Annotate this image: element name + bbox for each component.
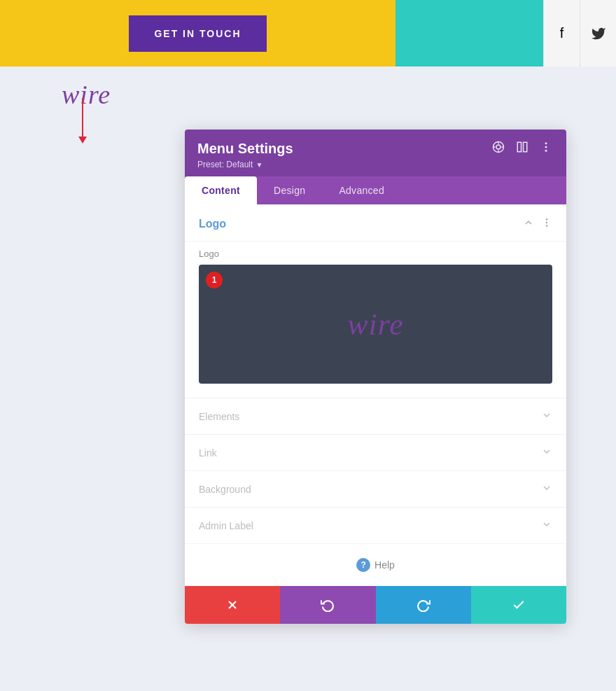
preset-arrow: ▼ [255, 161, 262, 169]
preset-label[interactable]: Preset: Default ▼ [197, 160, 262, 169]
logo-section-header: Logo [185, 204, 566, 242]
elements-label: Elements [199, 411, 239, 422]
tab-content[interactable]: Content [185, 176, 257, 204]
svg-point-10 [545, 150, 547, 152]
help-icon: ? [356, 558, 370, 572]
tab-design[interactable]: Design [257, 176, 322, 204]
arrow-line [82, 98, 83, 137]
logo-area: wire [0, 67, 616, 123]
panel-tabs: Content Design Advanced [185, 176, 566, 204]
section-collapse-button[interactable] [523, 217, 534, 231]
link-section[interactable]: Link [185, 434, 566, 470]
logo-section-title: Logo [199, 218, 226, 230]
svg-point-11 [546, 218, 548, 221]
background-chevron-icon [541, 482, 552, 496]
cancel-button[interactable] [185, 586, 280, 624]
logo-preview-text: wire [347, 307, 404, 342]
admin-label-chevron-icon [541, 519, 552, 532]
svg-point-8 [545, 142, 547, 144]
panel-bottom-bar [185, 586, 566, 624]
yellow-section: GET IN TOUCH [0, 0, 396, 67]
reset-button[interactable] [280, 586, 375, 624]
help-section: ? Help [185, 543, 566, 586]
section-dots-button[interactable] [541, 217, 552, 231]
svg-point-1 [496, 145, 500, 149]
section-actions [523, 217, 552, 231]
teal-section: f [396, 0, 616, 67]
elements-chevron-icon [541, 410, 552, 423]
refresh-button[interactable] [376, 586, 471, 624]
svg-point-13 [546, 225, 548, 227]
panel-body: Logo Logo 1 wire Elements [185, 204, 566, 586]
panel-title: Menu Settings [197, 141, 293, 157]
arrow-indicator [78, 98, 87, 144]
columns-icon-button[interactable] [514, 139, 530, 158]
target-icon-button[interactable] [491, 139, 506, 158]
get-in-touch-button[interactable]: GET IN TOUCH [129, 15, 266, 52]
panel-header-top: Menu Settings [197, 139, 554, 158]
link-label: Link [199, 447, 217, 459]
save-button[interactable] [471, 586, 566, 624]
background-label: Background [199, 484, 251, 495]
svg-point-12 [546, 222, 548, 224]
svg-point-9 [545, 146, 547, 148]
link-chevron-icon [541, 446, 552, 459]
twitter-button[interactable] [580, 0, 616, 67]
panel-header-icons [491, 139, 554, 158]
top-bar: GET IN TOUCH f [0, 0, 616, 67]
field-label: Logo [199, 249, 552, 259]
background-section[interactable]: Background [185, 470, 566, 507]
admin-label-section[interactable]: Admin Label [185, 507, 566, 543]
help-label: Help [374, 559, 395, 571]
help-button[interactable]: ? Help [356, 558, 395, 572]
logo-image-container[interactable]: 1 wire [199, 265, 552, 384]
arrow-head [78, 137, 87, 144]
svg-rect-7 [524, 142, 527, 152]
facebook-button[interactable]: f [543, 0, 580, 67]
logo-field: Logo 1 wire [185, 242, 566, 398]
panel-header: Menu Settings Preset: Default ▼ [185, 130, 566, 176]
logo-badge: 1 [206, 272, 223, 288]
svg-rect-6 [517, 142, 521, 152]
tab-advanced[interactable]: Advanced [322, 176, 401, 204]
admin-label-text: Admin Label [199, 520, 253, 531]
more-options-button[interactable] [538, 139, 554, 158]
menu-settings-panel: Menu Settings Preset: Default ▼ Content … [185, 130, 566, 624]
elements-section[interactable]: Elements [185, 398, 566, 434]
